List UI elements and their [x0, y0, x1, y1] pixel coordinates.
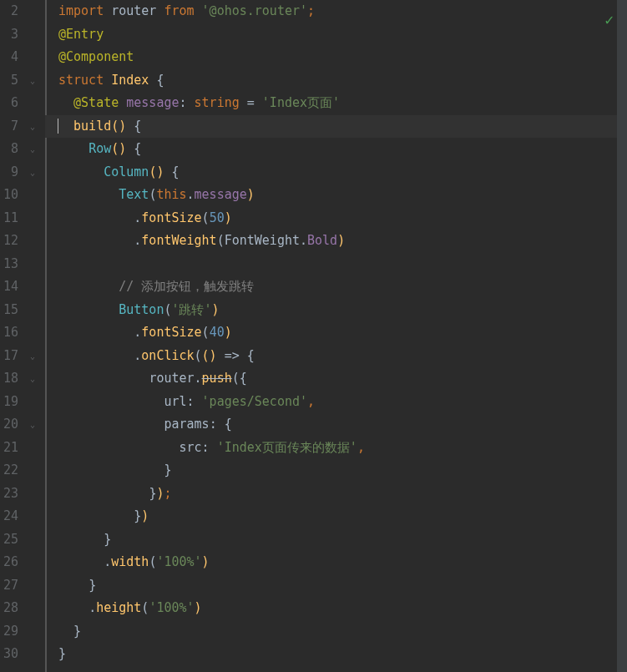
- line-number: 29: [0, 620, 18, 644]
- line-number: 17: [0, 345, 18, 368]
- code-line[interactable]: @Component: [45, 46, 627, 69]
- code-line[interactable]: }: [45, 459, 627, 483]
- line-number: 14: [0, 275, 18, 299]
- line-number: 3: [0, 23, 18, 47]
- code-line[interactable]: }: [45, 620, 627, 644]
- line-number-gutter: 2345678910111213141516171819202122232425…: [0, 0, 23, 672]
- code-line[interactable]: [45, 253, 627, 276]
- code-line[interactable]: });: [45, 483, 627, 506]
- code-line[interactable]: import router from '@ohos.router';: [45, 0, 627, 23]
- line-number: 22: [0, 459, 18, 483]
- code-line[interactable]: }: [45, 643, 627, 666]
- line-number: 21: [0, 437, 18, 460]
- line-number: 18: [0, 367, 18, 391]
- line-number: 30: [0, 643, 18, 666]
- code-line[interactable]: Row() {: [45, 138, 627, 161]
- code-area[interactable]: import router from '@ohos.router';@Entry…: [45, 0, 627, 672]
- line-number: 7: [0, 115, 18, 139]
- code-editor[interactable]: 2345678910111213141516171819202122232425…: [0, 0, 627, 672]
- line-number: 26: [0, 551, 18, 574]
- code-line[interactable]: .width('100%'): [45, 551, 627, 574]
- line-number: 11: [0, 207, 18, 230]
- code-line[interactable]: build() {: [45, 115, 627, 139]
- code-line[interactable]: // 添加按钮，触发跳转: [45, 275, 627, 299]
- fold-toggle-icon[interactable]: ⌄: [28, 375, 37, 383]
- code-line[interactable]: @State message: string = 'Index页面': [45, 92, 627, 115]
- code-line[interactable]: Text(this.message): [45, 184, 627, 207]
- line-number: 12: [0, 230, 18, 253]
- code-line[interactable]: router.push({: [45, 367, 627, 391]
- code-line[interactable]: Column() {: [45, 161, 627, 184]
- line-number: 28: [0, 597, 18, 620]
- code-line[interactable]: }: [45, 528, 627, 552]
- code-line[interactable]: .fontSize(50): [45, 207, 627, 230]
- line-number: 6: [0, 92, 18, 115]
- code-line[interactable]: params: {: [45, 413, 627, 437]
- line-number: 9: [0, 161, 18, 184]
- code-line[interactable]: .fontSize(40): [45, 321, 627, 345]
- code-line[interactable]: }: [45, 574, 627, 598]
- code-line[interactable]: @Entry: [45, 23, 627, 47]
- line-number: 13: [0, 253, 18, 276]
- code-line[interactable]: src: 'Index页面传来的数据',: [45, 437, 627, 460]
- line-number: 15: [0, 299, 18, 322]
- line-number: 2: [0, 0, 18, 23]
- fold-gutter[interactable]: ⌄⌄⌄⌄⌄⌄⌄: [23, 0, 45, 672]
- line-number: 8: [0, 138, 18, 161]
- code-line[interactable]: struct Index {: [45, 69, 627, 93]
- fold-toggle-icon[interactable]: ⌄: [28, 421, 37, 429]
- line-number: 24: [0, 505, 18, 528]
- inspection-ok-icon: ✓: [604, 8, 614, 32]
- line-number: 27: [0, 574, 18, 598]
- scrollbar-track[interactable]: [617, 0, 627, 672]
- line-number: 23: [0, 483, 18, 506]
- fold-toggle-icon[interactable]: ⌄: [28, 77, 37, 85]
- fold-toggle-icon[interactable]: ⌄: [28, 352, 37, 361]
- fold-toggle-icon[interactable]: ⌄: [28, 145, 37, 154]
- fold-toggle-icon[interactable]: ⌄: [28, 169, 37, 177]
- line-number: 4: [0, 46, 18, 69]
- code-line[interactable]: Button('跳转'): [45, 299, 627, 322]
- code-line[interactable]: .fontWeight(FontWeight.Bold): [45, 230, 627, 253]
- code-line[interactable]: }): [45, 505, 627, 528]
- code-line[interactable]: .height('100%'): [45, 597, 627, 620]
- fold-toggle-icon[interactable]: ⌄: [28, 123, 37, 131]
- line-number: 25: [0, 528, 18, 552]
- line-number: 19: [0, 391, 18, 414]
- line-number: 5: [0, 69, 18, 93]
- code-line[interactable]: .onClick(() => {: [45, 345, 627, 368]
- line-number: 10: [0, 184, 18, 207]
- line-number: 20: [0, 413, 18, 437]
- code-line[interactable]: url: 'pages/Second',: [45, 391, 627, 414]
- line-number: 16: [0, 321, 18, 345]
